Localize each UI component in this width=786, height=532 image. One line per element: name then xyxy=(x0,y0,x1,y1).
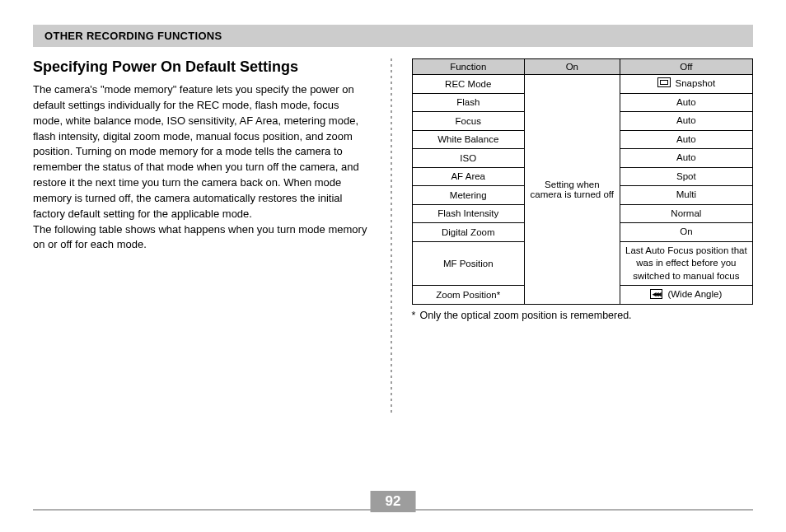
off-cell: Last Auto Focus position that was in eff… xyxy=(620,241,752,286)
footnote-text: Only the optical zoom position is rememb… xyxy=(420,310,632,321)
th-on: On xyxy=(524,59,620,75)
fn-cell: Metering xyxy=(412,186,524,205)
left-column: Specifying Power On Default Settings The… xyxy=(33,58,371,413)
th-function: Function xyxy=(412,59,524,75)
wide-angle-icon: ◂◂◂ xyxy=(650,289,662,299)
column-divider xyxy=(391,58,392,413)
fn-cell: MF Position xyxy=(412,241,524,286)
table-footnote: *Only the optical zoom position is remem… xyxy=(412,310,753,321)
off-cell: Auto xyxy=(620,130,752,149)
fn-cell: AF Area xyxy=(412,167,524,186)
off-text: Snapshot xyxy=(676,78,716,88)
off-cell: Spot xyxy=(620,167,752,186)
body-paragraph-2: The following table shows what happens w… xyxy=(33,222,371,254)
manual-page: OTHER RECORDING FUNCTIONS Specifying Pow… xyxy=(0,0,786,532)
fn-cell: Zoom Position* xyxy=(412,286,524,305)
fn-cell: Digital Zoom xyxy=(412,223,524,242)
off-cell: Auto xyxy=(620,93,752,112)
footnote-marker: * xyxy=(412,310,420,321)
fn-cell: Flash xyxy=(412,93,524,112)
off-cell: Auto xyxy=(620,112,752,131)
section-header-text: OTHER RECORDING FUNCTIONS xyxy=(44,30,222,42)
page-number: 92 xyxy=(371,491,416,512)
th-off: Off xyxy=(620,59,752,75)
off-cell: Multi xyxy=(620,186,752,205)
page-title: Specifying Power On Default Settings xyxy=(33,58,371,76)
fn-cell: White Balance xyxy=(412,130,524,149)
off-cell-zoom: ◂◂◂(Wide Angle) xyxy=(620,286,752,305)
section-header-bar: OTHER RECORDING FUNCTIONS xyxy=(33,25,753,47)
table-header-row: Function On Off xyxy=(412,59,752,75)
page-footer: 92 xyxy=(33,509,753,511)
mode-memory-table: Function On Off REC Mode Setting when ca… xyxy=(412,58,753,305)
off-cell: Normal xyxy=(620,204,752,223)
off-cell: On xyxy=(620,223,752,242)
fn-cell: ISO xyxy=(412,149,524,168)
off-cell-rec: Snapshot xyxy=(620,75,752,94)
fn-cell: Flash Intensity xyxy=(412,204,524,223)
fn-cell: REC Mode xyxy=(412,75,524,94)
on-merged-cell: Setting when camera is turned off xyxy=(524,75,620,305)
table-row: REC Mode Setting when camera is turned o… xyxy=(412,75,752,94)
body-paragraph-1: The camera's "mode memory" feature lets … xyxy=(33,82,371,222)
two-column-layout: Specifying Power On Default Settings The… xyxy=(33,58,753,413)
off-text: (Wide Angle) xyxy=(667,289,722,299)
right-column: Function On Off REC Mode Setting when ca… xyxy=(412,58,753,413)
footer-rule: 92 xyxy=(33,509,753,511)
off-cell: Auto xyxy=(620,149,752,168)
fn-cell: Focus xyxy=(412,112,524,131)
snapshot-icon xyxy=(657,77,671,87)
